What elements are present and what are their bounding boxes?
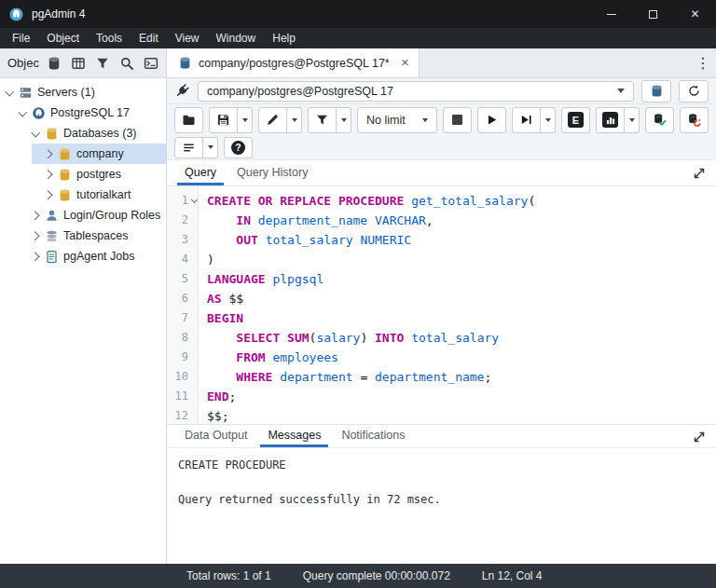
macro-split-button <box>174 137 218 158</box>
tree-item-servers-1-[interactable]: Servers (1) <box>0 82 166 103</box>
open-file-button[interactable] <box>174 107 203 133</box>
expand-output-icon[interactable] <box>692 430 707 444</box>
save-options-button[interactable] <box>238 107 253 133</box>
edit-options-button[interactable] <box>287 107 302 133</box>
line-number: 10 <box>167 367 198 387</box>
sql-editor[interactable]: 123456789101112 CREATE OR REPLACE PROCED… <box>167 186 716 424</box>
code-line[interactable]: END; <box>207 387 716 406</box>
help-button[interactable]: ? <box>224 137 253 158</box>
tree-item-company[interactable]: company <box>0 144 166 164</box>
view-data-button[interactable] <box>67 52 90 75</box>
fold-chevron-icon[interactable] <box>191 197 198 203</box>
chevron-down-icon[interactable] <box>6 89 14 97</box>
tab-strip: company/postgres@PostgreSQL 17* ✕ ⋮ <box>167 48 716 77</box>
tablespaces-icon <box>45 229 59 243</box>
tree-item-postgresql-17[interactable]: PostgreSQL 17 <box>0 103 166 123</box>
minimize-button[interactable] <box>590 0 632 28</box>
tree-item-pgagent-jobs[interactable]: pgAgent Jobs <box>0 246 166 267</box>
tree-item-login-group-roles[interactable]: Login/Group Roles <box>0 205 166 226</box>
maximize-icon <box>649 10 657 19</box>
menu-help[interactable]: Help <box>264 32 304 45</box>
connection-select[interactable]: company/postgres@PostgreSQL 17 <box>198 81 634 102</box>
code-line[interactable]: AS $$ <box>207 289 716 308</box>
tab-close-icon[interactable]: ✕ <box>401 57 409 69</box>
object-explorer-tree[interactable]: Servers (1)PostgreSQL 17Databases (3)com… <box>0 78 167 564</box>
save-button[interactable] <box>209 107 238 133</box>
layout-menu-button[interactable]: ⋮ <box>690 48 716 77</box>
filter-button[interactable] <box>308 107 337 133</box>
menu-file[interactable]: File <box>4 32 38 45</box>
code-line[interactable]: $$; <box>207 406 716 424</box>
explain-analyze-button[interactable] <box>596 107 625 133</box>
execute-script-button[interactable] <box>512 107 541 133</box>
code-line[interactable]: ) <box>207 250 716 269</box>
tree-item-tablespaces[interactable]: Tablespaces <box>0 226 166 246</box>
tree-item-postgres[interactable]: postgres <box>0 164 166 185</box>
code-line[interactable]: SELECT SUM(salary) INTO total_salary <box>207 328 716 348</box>
execute-button[interactable] <box>477 107 506 133</box>
code-line[interactable]: LANGUAGE plpgsql <box>207 269 716 289</box>
menu-window[interactable]: Window <box>208 32 265 45</box>
new-connection-button[interactable] <box>641 80 671 103</box>
execute-options-button[interactable] <box>541 107 556 133</box>
tab-data-output[interactable]: Data Output <box>174 425 257 447</box>
code-line[interactable]: CREATE OR REPLACE PROCEDURE get_total_sa… <box>207 191 716 211</box>
explain-options-button[interactable] <box>625 107 640 133</box>
menu-object[interactable]: Object <box>38 32 88 45</box>
explain-analyze-split <box>596 107 640 133</box>
explain-button[interactable]: E <box>561 107 590 133</box>
chevron-right-icon[interactable] <box>32 212 40 220</box>
query-tool-button[interactable] <box>43 52 66 75</box>
stop-button[interactable] <box>443 107 472 133</box>
chevron-down-icon <box>341 118 347 122</box>
code-line[interactable]: OUT total_salary NUMERIC <box>207 230 716 250</box>
rollback-button[interactable] <box>680 107 709 133</box>
chevron-down-icon[interactable] <box>19 109 27 117</box>
reset-layout-button[interactable] <box>679 80 709 103</box>
chevron-right-icon[interactable] <box>32 232 40 240</box>
chevron-right-icon[interactable] <box>45 191 53 199</box>
menu-view[interactable]: View <box>167 32 208 45</box>
filter-options-button[interactable] <box>337 107 351 133</box>
edit-button[interactable] <box>258 107 287 133</box>
save-icon <box>216 113 230 127</box>
tree-item-label: pgAgent Jobs <box>63 250 134 263</box>
tab-query[interactable]: Query <box>174 160 227 185</box>
tab-query-tool[interactable]: company/postgres@PostgreSQL 17* ✕ <box>167 48 420 77</box>
filter-split-button <box>308 107 351 133</box>
tab-messages[interactable]: Messages <box>257 425 331 447</box>
code-line[interactable]: FROM employees <box>207 348 716 367</box>
tree-item-databases-3-[interactable]: Databases (3) <box>0 123 166 144</box>
editor-code[interactable]: CREATE OR REPLACE PROCEDURE get_total_sa… <box>199 186 716 424</box>
output-tabs: Data Output Messages Notifications <box>167 424 716 448</box>
macro-options-button[interactable] <box>203 137 218 158</box>
maximize-button[interactable] <box>632 0 674 28</box>
tree-item-tutorialkart[interactable]: tutorialkart <box>0 185 166 205</box>
menu-bar: FileObjectToolsEditViewWindowHelp <box>0 28 716 48</box>
chevron-down-icon[interactable] <box>32 130 40 138</box>
commit-button[interactable] <box>645 107 674 133</box>
macro-button[interactable] <box>174 137 203 158</box>
limit-select[interactable]: No limit <box>357 107 437 133</box>
chevron-right-icon[interactable] <box>32 253 40 261</box>
menu-tools[interactable]: Tools <box>88 32 131 45</box>
chevron-right-icon[interactable] <box>45 171 53 179</box>
close-button[interactable]: ✕ <box>674 0 716 28</box>
database-icon <box>47 56 62 71</box>
tab-query-history[interactable]: Query History <box>227 160 318 185</box>
limit-value: No limit <box>366 114 406 127</box>
expand-editor-icon[interactable] <box>692 166 707 181</box>
code-line[interactable]: IN department_name VARCHAR, <box>207 211 716 230</box>
psql-tool-button[interactable] <box>140 52 163 75</box>
search-objects-button[interactable] <box>116 52 139 75</box>
messages-output: CREATE PROCEDURE Query returned successf… <box>167 448 716 564</box>
connection-label: company/postgres@PostgreSQL 17 <box>207 85 393 98</box>
database-icon <box>650 84 664 98</box>
code-line[interactable]: WHERE department = department_name; <box>207 367 716 387</box>
filtered-rows-button[interactable] <box>91 52 115 75</box>
menu-edit[interactable]: Edit <box>131 32 167 45</box>
code-line[interactable]: BEGIN <box>207 308 716 328</box>
chevron-right-icon[interactable] <box>45 150 53 158</box>
tab-notifications[interactable]: Notifications <box>331 425 415 447</box>
tree-item-label: postgres <box>76 168 121 181</box>
